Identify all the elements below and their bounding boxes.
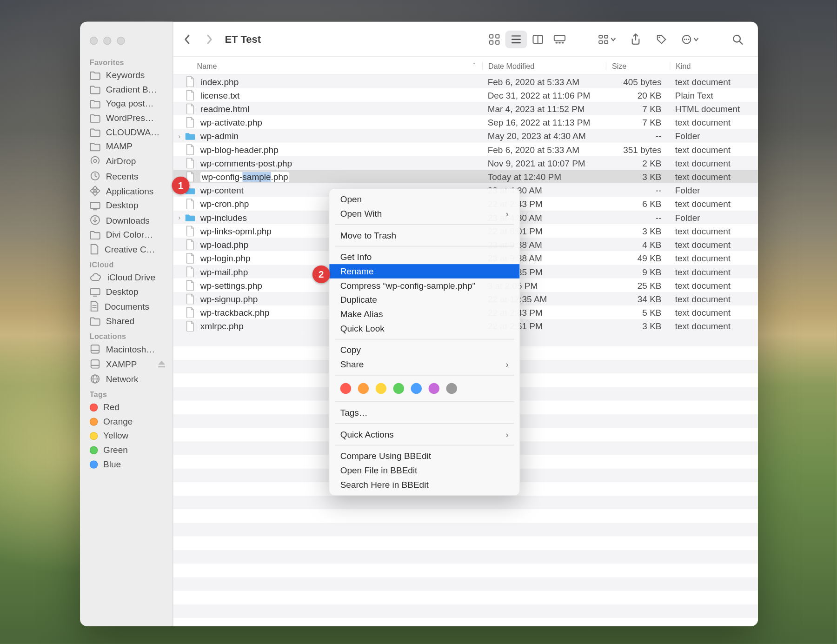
sidebar-item[interactable]: Network bbox=[80, 372, 173, 386]
sidebar-item[interactable]: Gradient B… bbox=[80, 82, 173, 97]
tag-color[interactable] bbox=[393, 383, 404, 394]
file-size: 3 KB bbox=[606, 321, 670, 331]
menu-item[interactable]: Move to Trash bbox=[329, 228, 519, 243]
folder-icon bbox=[90, 230, 100, 239]
forward-button[interactable] bbox=[200, 30, 218, 48]
file-name: license.txt bbox=[199, 90, 482, 100]
view-gallery-button[interactable] bbox=[549, 30, 571, 48]
file-icon bbox=[184, 293, 196, 304]
sidebar-item[interactable]: Orange bbox=[80, 414, 173, 429]
file-kind: text document bbox=[670, 294, 758, 304]
tag-color[interactable] bbox=[340, 383, 351, 394]
menu-item[interactable]: Search Here in BBEdit bbox=[329, 478, 519, 492]
sidebar-item[interactable]: Green bbox=[80, 443, 173, 457]
annotation-2: 2 bbox=[312, 266, 330, 283]
window-controls bbox=[80, 27, 173, 54]
file-row[interactable]: wp-comments-post.phpNov 9, 2021 at 10:07… bbox=[173, 156, 757, 170]
sidebar-item-label: Orange bbox=[103, 416, 133, 426]
sidebar-item[interactable]: Divi Color… bbox=[80, 227, 173, 242]
sidebar-item[interactable]: Yellow bbox=[80, 429, 173, 443]
menu-item[interactable]: Open File in BBEdit bbox=[329, 463, 519, 478]
sidebar-item[interactable]: Documents bbox=[80, 299, 173, 314]
sidebar-item[interactable]: Yoga post… bbox=[80, 96, 173, 111]
svg-rect-19 bbox=[490, 40, 493, 44]
menu-separator bbox=[335, 423, 514, 424]
sidebar-item[interactable]: Blue bbox=[80, 457, 173, 471]
svg-rect-31 bbox=[599, 40, 602, 43]
menu-item[interactable]: Rename bbox=[329, 264, 519, 279]
menu-item[interactable]: Share› bbox=[329, 357, 519, 372]
action-button[interactable] bbox=[677, 30, 704, 48]
window-title: ET Test bbox=[225, 33, 261, 45]
tag-color[interactable] bbox=[411, 383, 422, 394]
group-by-button[interactable] bbox=[593, 30, 620, 48]
sidebar-item[interactable]: Creative C… bbox=[80, 242, 173, 257]
file-row[interactable]: wp-activate.phpSep 16, 2022 at 11:13 PM7… bbox=[173, 115, 757, 129]
view-columns-button[interactable] bbox=[527, 30, 549, 48]
sidebar-item[interactable]: Desktop bbox=[80, 198, 173, 212]
sidebar-item[interactable]: Red bbox=[80, 400, 173, 414]
eject-icon[interactable] bbox=[158, 360, 166, 368]
menu-item[interactable]: Duplicate bbox=[329, 292, 519, 307]
menu-item[interactable]: Get Info bbox=[329, 250, 519, 264]
sidebar-item[interactable]: Downloads bbox=[80, 212, 173, 227]
menu-item[interactable]: Compare Using BBEdit bbox=[329, 449, 519, 463]
disk-icon bbox=[90, 359, 100, 369]
view-icons-button[interactable] bbox=[484, 30, 505, 48]
zoom-icon[interactable] bbox=[117, 37, 125, 45]
file-row[interactable]: readme.htmlMar 4, 2023 at 11:52 PM7 KBHT… bbox=[173, 102, 757, 115]
sidebar-item[interactable]: Applications bbox=[80, 183, 173, 198]
sidebar-item[interactable]: AirDrop bbox=[80, 153, 173, 168]
file-row[interactable]: wp-blog-header.phpFeb 6, 2020 at 5:33 AM… bbox=[173, 143, 757, 156]
file-kind: Folder bbox=[670, 131, 758, 141]
menu-item[interactable]: Open bbox=[329, 192, 519, 206]
disclosure-icon[interactable]: › bbox=[174, 213, 184, 221]
menu-item[interactable]: Tags… bbox=[329, 405, 519, 420]
share-button[interactable] bbox=[625, 30, 647, 48]
sidebar-item[interactable]: iCloud Drive bbox=[80, 270, 173, 285]
file-row[interactable]: index.phpFeb 6, 2020 at 5:33 AM405 bytes… bbox=[173, 75, 757, 88]
column-size[interactable]: Size bbox=[606, 61, 670, 70]
column-name[interactable]: Nameˆ bbox=[173, 61, 482, 70]
tag-color[interactable] bbox=[376, 383, 386, 394]
svg-rect-33 bbox=[604, 40, 608, 43]
menu-item[interactable]: Make Alias bbox=[329, 307, 519, 321]
menu-item[interactable]: Quick Actions› bbox=[329, 427, 519, 442]
sidebar-item[interactable]: MAMP bbox=[80, 139, 173, 153]
menu-item[interactable]: Compress “wp-config-sample.php” bbox=[329, 279, 519, 293]
tag-color[interactable] bbox=[358, 383, 369, 394]
file-kind: text document bbox=[670, 239, 758, 250]
minimize-icon[interactable] bbox=[103, 37, 112, 45]
file-icon bbox=[184, 117, 196, 127]
svg-rect-9 bbox=[91, 345, 100, 353]
column-kind[interactable]: Kind bbox=[670, 61, 758, 70]
file-row[interactable]: license.txtDec 31, 2022 at 11:06 PM20 KB… bbox=[173, 88, 757, 102]
tag-color[interactable] bbox=[429, 383, 439, 394]
sidebar-item[interactable]: Desktop bbox=[80, 285, 173, 299]
menu-item[interactable]: Copy bbox=[329, 343, 519, 358]
sidebar-item[interactable]: XAMPP bbox=[80, 357, 173, 372]
sidebar-item[interactable]: Keywords bbox=[80, 68, 173, 82]
tags-button[interactable] bbox=[651, 30, 672, 48]
menu-item[interactable]: Quick Look bbox=[329, 321, 519, 336]
sidebar-item[interactable]: CLOUDWA… bbox=[80, 125, 173, 139]
sidebar-item-label: Desktop bbox=[106, 200, 139, 211]
file-kind: Folder bbox=[670, 212, 758, 222]
sidebar-item[interactable]: Recents bbox=[80, 168, 173, 183]
close-icon[interactable] bbox=[90, 37, 98, 45]
file-row[interactable]: wp-config-sample.phpToday at 12:40 PM3 K… bbox=[173, 170, 757, 183]
back-button[interactable] bbox=[179, 30, 196, 48]
tag-color[interactable] bbox=[446, 383, 457, 394]
search-button[interactable] bbox=[727, 30, 749, 48]
column-date[interactable]: Date Modified bbox=[482, 61, 606, 70]
sidebar-item[interactable]: WordPres… bbox=[80, 111, 173, 125]
sidebar-item-label: Recents bbox=[106, 171, 139, 181]
menu-item[interactable]: Open With› bbox=[329, 206, 519, 221]
file-size: -- bbox=[606, 131, 670, 141]
annotation-1: 1 bbox=[172, 177, 190, 194]
sidebar-item[interactable]: Macintosh… bbox=[80, 342, 173, 357]
disclosure-icon[interactable]: › bbox=[174, 132, 184, 139]
view-list-button[interactable] bbox=[505, 30, 527, 48]
sidebar-item[interactable]: Shared bbox=[80, 314, 173, 328]
file-row[interactable]: ›wp-adminMay 20, 2023 at 4:30 AM--Folder bbox=[173, 129, 757, 142]
